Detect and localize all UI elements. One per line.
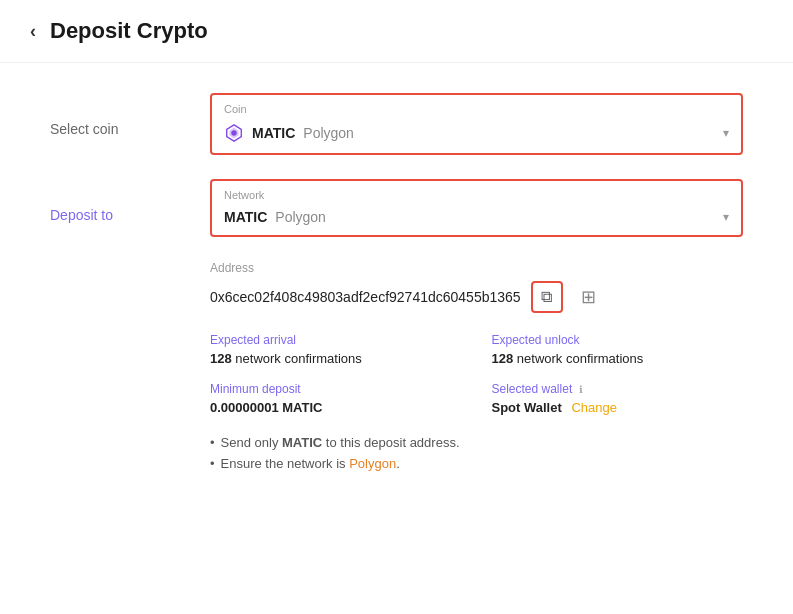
selected-wallet-item: Selected wallet ℹ Spot Wallet Change [492, 382, 744, 415]
info-grid: Expected arrival 128 network confirmatio… [210, 333, 743, 415]
network-select-dropdown[interactable]: MATIC Polygon ▾ [224, 209, 729, 225]
coin-select-box[interactable]: Coin MATIC Polygon ▾ [210, 93, 743, 155]
svg-point-2 [231, 130, 236, 135]
expected-arrival-item: Expected arrival 128 network confirmatio… [210, 333, 462, 366]
wallet-change-link[interactable]: Change [571, 400, 617, 415]
qr-icon: ⊞ [581, 286, 596, 308]
back-button[interactable]: ‹ [30, 21, 36, 42]
select-coin-label: Select coin [50, 93, 210, 137]
qr-button[interactable]: ⊞ [573, 281, 605, 313]
polygon-highlight: Polygon [349, 456, 396, 471]
note-item-1: Send only MATIC to this deposit address. [210, 435, 743, 450]
network-select-box[interactable]: Network MATIC Polygon ▾ [210, 179, 743, 237]
minimum-deposit-value: 0.00000001 MATIC [210, 400, 462, 415]
expected-arrival-value: 128 network confirmations [210, 351, 462, 366]
minimum-deposit-amount: 0.00000001 MATIC [210, 400, 323, 415]
network-chevron-icon: ▾ [723, 210, 729, 224]
selected-wallet-label: Selected wallet ℹ [492, 382, 744, 396]
copy-icon: ⧉ [541, 288, 552, 306]
note-1-text: Send only MATIC to this deposit address. [221, 435, 460, 450]
page-title: Deposit Crypto [50, 18, 208, 44]
minimum-deposit-label: Minimum deposit [210, 382, 462, 396]
expected-arrival-unit-text: network confirmations [235, 351, 361, 366]
address-section: Address 0x6cec02f408c49803adf2ecf92741dc… [210, 261, 743, 313]
note-2-text: Ensure the network is Polygon. [221, 456, 400, 471]
network-name: Polygon [275, 209, 326, 225]
coin-name: Polygon [303, 125, 354, 141]
coin-symbol: MATIC [252, 125, 295, 141]
deposit-to-row: Deposit to Network MATIC Polygon ▾ [50, 179, 743, 237]
page-header: ‹ Deposit Crypto [0, 0, 793, 63]
note-item-2: Ensure the network is Polygon. [210, 456, 743, 471]
info-icon: ℹ [579, 384, 583, 395]
coin-select-left: MATIC Polygon [224, 123, 354, 143]
expected-arrival-number: 128 [210, 351, 232, 366]
main-content: Select coin Coin MATIC Polygon ▾ [0, 63, 793, 507]
expected-unlock-value: 128 network confirmations [492, 351, 744, 366]
selected-wallet-label-text: Selected wallet [492, 382, 573, 396]
address-value: 0x6cec02f408c49803adf2ecf92741dc60455b13… [210, 289, 521, 305]
expected-arrival-label: Expected arrival [210, 333, 462, 347]
minimum-deposit-item: Minimum deposit 0.00000001 MATIC [210, 382, 462, 415]
notes-section: Send only MATIC to this deposit address.… [210, 435, 743, 471]
selected-wallet-value: Spot Wallet Change [492, 400, 744, 415]
network-symbol: MATIC [224, 209, 267, 225]
network-box-label: Network [224, 189, 729, 201]
deposit-to-label: Deposit to [50, 179, 210, 223]
wallet-name: Spot Wallet [492, 400, 562, 415]
expected-unlock-unit: network confirmations [517, 351, 643, 366]
expected-unlock-label: Expected unlock [492, 333, 744, 347]
coin-select-dropdown[interactable]: MATIC Polygon ▾ [224, 123, 729, 143]
expected-unlock-item: Expected unlock 128 network confirmation… [492, 333, 744, 366]
coin-chevron-icon: ▾ [723, 126, 729, 140]
address-label: Address [210, 261, 743, 275]
copy-button[interactable]: ⧉ [531, 281, 563, 313]
coin-box-label: Coin [224, 103, 729, 115]
select-coin-row: Select coin Coin MATIC Polygon ▾ [50, 93, 743, 155]
matic-coin-icon [224, 123, 244, 143]
expected-unlock-number: 128 [492, 351, 514, 366]
address-row: 0x6cec02f408c49803adf2ecf92741dc60455b13… [210, 281, 743, 313]
network-select-left: MATIC Polygon [224, 209, 326, 225]
